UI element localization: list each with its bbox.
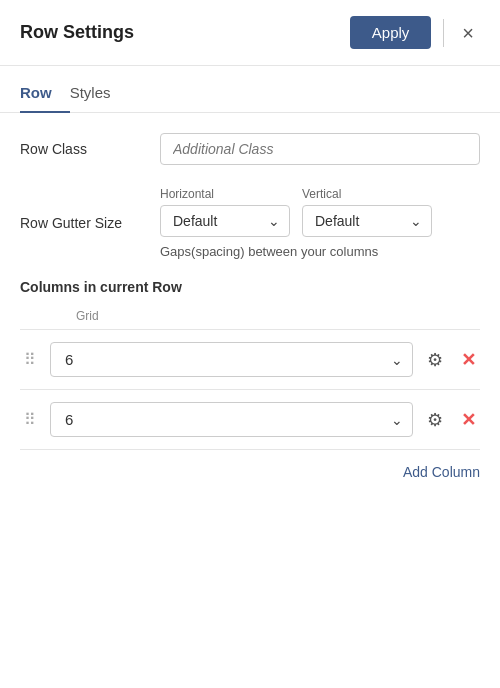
row-gutter-field: Row Gutter Size Horizontal Default Small… [20,187,480,261]
header-actions: Apply × [350,16,480,49]
gear-icon [427,350,443,370]
columns-title: Columns in current Row [20,279,480,295]
horizontal-select[interactable]: Default Small Medium Large None [160,205,290,237]
row-class-input[interactable] [160,133,480,165]
apply-button[interactable]: Apply [350,16,432,49]
column-1-delete-button[interactable]: ✕ [457,345,480,375]
gutter-dropdowns: Horizontal Default Small Medium Large No… [160,187,480,237]
grid-select-1-wrapper: 12345 6789101112 ⌄ [50,342,413,377]
tab-styles[interactable]: Styles [70,74,129,113]
row-class-label: Row Class [20,133,160,157]
grid-select-2-wrapper: 12345 6789101112 ⌄ [50,402,413,437]
drag-handle-icon[interactable] [20,350,40,369]
horizontal-group: Horizontal Default Small Medium Large No… [160,187,290,237]
close-button[interactable]: × [456,21,480,45]
delete-icon: ✕ [461,410,476,430]
vertical-group: Vertical Default Small Medium Large None… [302,187,432,237]
grid-column-header: Grid [68,309,480,323]
vertical-select-wrapper: Default Small Medium Large None ⌄ [302,205,432,237]
add-column-row: Add Column [20,450,480,494]
column-row: 12345 6789101112 ⌄ ✕ [20,330,480,390]
tab-row[interactable]: Row [20,74,70,113]
add-column-button[interactable]: Add Column [403,464,480,480]
column-2-delete-button[interactable]: ✕ [457,405,480,435]
column-row: 12345 6789101112 ⌄ ✕ [20,390,480,450]
delete-icon: ✕ [461,350,476,370]
gutter-controls: Horizontal Default Small Medium Large No… [160,187,480,261]
drag-handle-icon[interactable] [20,410,40,429]
grid-select-1[interactable]: 12345 6789101112 [50,342,413,377]
tabs: Row Styles [0,74,500,113]
gutter-label: Row Gutter Size [20,187,160,231]
columns-table-header: Grid [20,309,480,330]
vertical-select[interactable]: Default Small Medium Large None [302,205,432,237]
gear-icon [427,410,443,430]
column-2-settings-button[interactable] [423,405,447,435]
grid-select-2[interactable]: 12345 6789101112 [50,402,413,437]
page-title: Row Settings [20,22,134,43]
header-divider [443,19,444,47]
horizontal-label: Horizontal [160,187,290,201]
row-class-control [160,133,480,165]
vertical-label: Vertical [302,187,432,201]
tab-content: Row Class Row Gutter Size Horizontal Def… [0,113,500,494]
gutter-hint: Gaps(spacing) between your columns [160,243,480,261]
header: Row Settings Apply × [0,0,500,66]
column-1-settings-button[interactable] [423,345,447,375]
horizontal-select-wrapper: Default Small Medium Large None ⌄ [160,205,290,237]
columns-section: Columns in current Row Grid 12345 678910… [20,279,480,494]
row-class-field: Row Class [20,133,480,165]
